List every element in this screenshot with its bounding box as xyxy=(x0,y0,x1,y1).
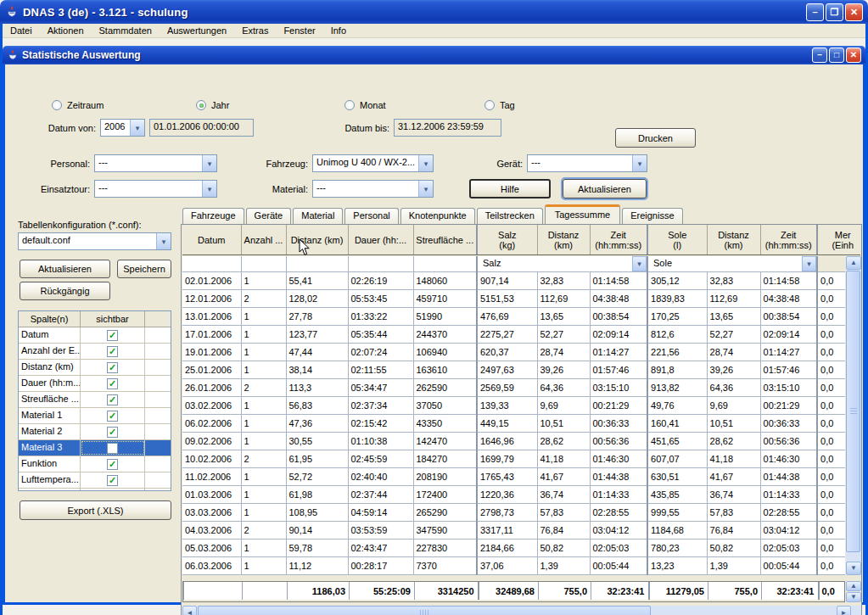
visibility-checkbox[interactable]: ✓ xyxy=(107,427,118,438)
table-row[interactable]: 13.01.2006127,7801:33:2251990476,6913,65… xyxy=(182,307,845,325)
datum-von-field[interactable]: 01.01.2006 00:00:00 xyxy=(149,119,254,137)
column-row[interactable]: Material 1✓ xyxy=(19,408,171,424)
aktualisieren-button[interactable]: Aktualisieren xyxy=(563,179,647,198)
chevron-down-icon[interactable]: ▾ xyxy=(202,181,216,197)
chevron-down-icon[interactable]: ▾ xyxy=(418,155,433,171)
table-row[interactable]: 04.03.2006290,1403:53:593475903317,1176,… xyxy=(182,521,845,539)
visibility-checkbox[interactable]: ✓ xyxy=(107,378,118,389)
filter-cell[interactable] xyxy=(241,256,286,271)
column-header[interactable]: Streufläche ... xyxy=(413,225,477,254)
column-row[interactable]: Material 3 xyxy=(19,440,171,456)
menu-item-auswertungen[interactable]: Auswertungen xyxy=(160,25,234,36)
filter-cell[interactable] xyxy=(413,256,477,271)
scroll-up-icon[interactable]: ▲ xyxy=(846,581,861,591)
close-button[interactable]: ✕ xyxy=(845,3,863,21)
table-row[interactable]: 12.01.20062128,0205:53:454597105151,5311… xyxy=(182,289,845,307)
fahrzeug-combo[interactable]: Unimog U 400 / WX-2... ▾ xyxy=(312,154,434,172)
filter-cell[interactable] xyxy=(348,256,413,271)
column-row[interactable]: Streufläche ...✓ xyxy=(19,392,171,408)
column-row[interactable]: Dauer (hh:m...✓ xyxy=(19,376,171,392)
chevron-down-icon[interactable]: ▾ xyxy=(202,155,216,171)
config-combo[interactable]: default.conf ▾ xyxy=(18,232,171,250)
speichern-button[interactable]: Speichern xyxy=(117,260,171,278)
visibility-checkbox[interactable]: ✓ xyxy=(107,330,118,341)
tab-fahrzeuge[interactable]: Fahrzeuge xyxy=(182,208,244,224)
hilfe-button[interactable]: Hilfe xyxy=(469,179,551,198)
sole-filter-combo[interactable]: Sole▾ xyxy=(651,257,816,271)
tab-personal[interactable]: Personal xyxy=(344,208,398,224)
minimize-button[interactable]: – xyxy=(812,48,827,63)
tab-teilstrecken[interactable]: Teilstrecken xyxy=(477,208,543,224)
column-row[interactable]: Lufttempera...✓ xyxy=(19,472,171,489)
radio-jahr[interactable]: Jahr xyxy=(196,99,229,111)
filter-cell[interactable] xyxy=(286,256,348,271)
personal-combo[interactable]: --- ▾ xyxy=(94,154,217,172)
visibility-checkbox[interactable]: ✓ xyxy=(107,411,118,422)
maximize-button[interactable]: □ xyxy=(829,48,844,63)
table-row[interactable]: 02.01.2006155,4102:26:19148060907,1432,8… xyxy=(182,271,845,289)
table-row[interactable]: 03.02.2006156,8302:37:3437050139,339,690… xyxy=(182,396,845,414)
visibility-checkbox[interactable]: ✓ xyxy=(107,459,118,470)
visibility-checkbox[interactable]: ✓ xyxy=(107,475,118,486)
column-header[interactable]: Datum xyxy=(182,225,241,254)
visibility-checkbox[interactable]: ✓ xyxy=(107,491,118,492)
column-row[interactable]: Anzahl der E...✓ xyxy=(19,344,171,360)
sidebar-aktualisieren-button[interactable]: Aktualisieren xyxy=(20,260,110,278)
scroll-down-icon[interactable]: ▼ xyxy=(846,592,861,602)
table-row[interactable]: 17.01.20061123,7705:35:442443702275,2752… xyxy=(182,325,845,343)
table-row[interactable]: 11.02.2006152,7202:40:402081901765,4341,… xyxy=(182,467,845,485)
horizontal-scrollbar[interactable]: ◄ ► xyxy=(182,606,861,615)
table-row[interactable]: 05.03.2006159,7802:43:472278302184,6650,… xyxy=(182,539,845,556)
tab-ereignisse[interactable]: Ereignisse xyxy=(622,208,682,224)
tab-material[interactable]: Material xyxy=(293,208,343,224)
table-row[interactable]: 06.03.2006111,1200:28:17737037,061,3900:… xyxy=(182,556,845,574)
tab-knotenpunkte[interactable]: Knotenpunkte xyxy=(400,208,475,224)
menu-item-fenster[interactable]: Fenster xyxy=(276,25,322,36)
chevron-down-icon[interactable]: ▾ xyxy=(632,256,647,271)
column-header[interactable]: Anzahl ... xyxy=(241,225,286,254)
minimize-button[interactable]: – xyxy=(806,3,824,21)
column-header[interactable]: Salz(kg) xyxy=(477,225,537,254)
vertical-scrollbar[interactable]: ▲ ▼ xyxy=(846,256,861,575)
table-row[interactable]: 09.02.2006130,5501:10:381424701646,9628,… xyxy=(182,432,845,450)
visibility-checkbox[interactable]: ✓ xyxy=(107,346,118,357)
chevron-down-icon[interactable]: ▾ xyxy=(418,181,433,197)
scroll-left-icon[interactable]: ◄ xyxy=(182,606,197,615)
column-header[interactable]: Zeit(hh:mm:ss) xyxy=(760,225,817,254)
column-row[interactable]: Funktion✓ xyxy=(19,456,171,472)
menu-item-datei[interactable]: Datei xyxy=(3,25,40,36)
menu-item-info[interactable]: Info xyxy=(323,25,354,36)
export-xls-button[interactable]: Export (.XLS) xyxy=(20,500,171,520)
table-row[interactable]: 25.01.2006138,1402:11:551636102497,6339,… xyxy=(182,361,845,378)
menu-item-extras[interactable]: Extras xyxy=(234,25,276,36)
datum-bis-field[interactable]: 31.12.2006 23:59:59 xyxy=(394,119,501,137)
column-header[interactable]: Dauer (hh:... xyxy=(348,225,413,254)
column-header[interactable]: Sole(l) xyxy=(647,225,707,254)
drucken-button[interactable]: Drucken xyxy=(615,128,696,148)
radio-tag[interactable]: Tag xyxy=(484,99,515,111)
tab-geräte[interactable]: Geräte xyxy=(246,208,292,224)
rueckgaengig-button[interactable]: Rückgängig xyxy=(20,282,110,300)
filter-cell[interactable] xyxy=(182,256,241,271)
menu-item-aktionen[interactable]: Aktionen xyxy=(40,25,92,36)
table-row[interactable]: 06.02.2006147,3602:15:4243350449,1510,51… xyxy=(182,414,845,432)
table-row[interactable]: 03.03.20061108,9504:59:142652902798,7357… xyxy=(182,503,845,521)
visibility-checkbox[interactable] xyxy=(107,443,118,454)
column-header[interactable]: Distanz (km) xyxy=(286,225,348,254)
visibility-checkbox[interactable]: ✓ xyxy=(107,394,118,405)
column-header[interactable]: Distanz(km) xyxy=(707,225,760,254)
column-header[interactable]: Distanz(km) xyxy=(537,225,590,254)
radio-monat[interactable]: Monat xyxy=(344,99,386,111)
visibility-checkbox[interactable]: ✓ xyxy=(107,362,118,373)
geraet-combo[interactable]: --- ▾ xyxy=(527,154,647,172)
vertical-scroll-thumb[interactable] xyxy=(846,271,860,552)
einsatztour-combo[interactable]: --- ▾ xyxy=(94,180,217,198)
table-row[interactable]: 10.02.2006261,9502:45:591842701699,7941,… xyxy=(182,450,845,467)
table-row[interactable]: 26.01.20062113,305:34:472625902569,5964,… xyxy=(182,378,845,396)
chevron-down-icon[interactable]: ▾ xyxy=(802,256,816,271)
salz-filter-combo[interactable]: Salz▾ xyxy=(480,257,647,271)
close-button[interactable]: ✕ xyxy=(846,48,861,63)
chevron-down-icon[interactable]: ▾ xyxy=(632,155,647,171)
column-header[interactable]: Mer(Einh xyxy=(817,225,860,254)
horizontal-scroll-thumb[interactable] xyxy=(198,606,651,615)
